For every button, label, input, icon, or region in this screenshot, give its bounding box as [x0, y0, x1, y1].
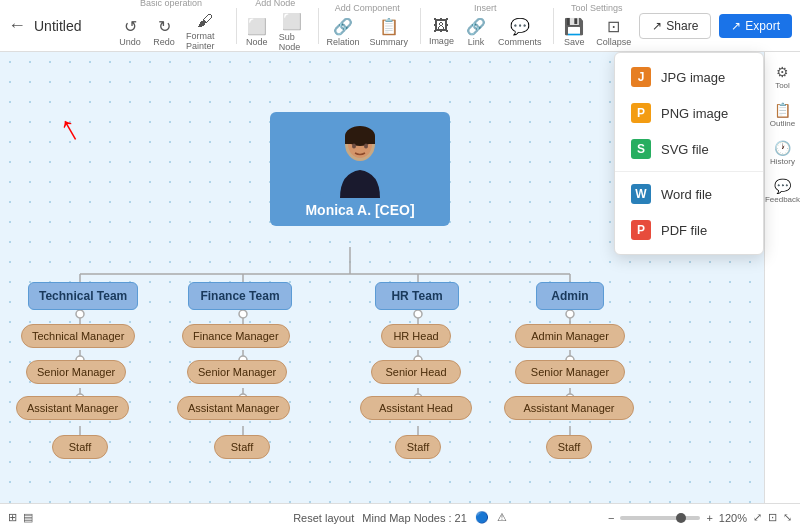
- role-finance-assistant[interactable]: Assistant Manager: [177, 396, 290, 420]
- role-finance-staff[interactable]: Staff: [214, 435, 270, 459]
- svg-rect-50: [345, 136, 375, 144]
- fit-screen-icon[interactable]: ⤢: [753, 511, 762, 524]
- export-word-label: Word file: [661, 187, 712, 202]
- team-node-finance[interactable]: Finance Team: [188, 282, 292, 310]
- export-dropdown: J JPG image P PNG image S SVG file W Wor…: [614, 52, 764, 255]
- toolbar-group-toolsettings: Tool Settings 💾Save ⊡Collapse: [558, 3, 635, 49]
- toolbar-group-basic: Basic operation ↺Undo ↻Redo 🖌Format Pain…: [114, 0, 228, 53]
- export-png-label: PNG image: [661, 106, 728, 121]
- role-admin-manager[interactable]: Admin Manager: [515, 324, 625, 348]
- export-label: Export: [745, 19, 780, 33]
- zoom-slider[interactable]: [620, 516, 700, 520]
- bottom-right: − + 120% ⤢ ⊡ ⤡: [608, 511, 792, 524]
- export-svg[interactable]: S SVG file: [615, 131, 763, 167]
- export-pdf-label: PDF file: [661, 223, 707, 238]
- reset-layout-button[interactable]: Reset layout: [293, 512, 354, 524]
- export-jpg[interactable]: J JPG image: [615, 59, 763, 95]
- ceo-photo: [320, 118, 400, 198]
- undo-button[interactable]: ↺Undo: [114, 15, 146, 49]
- sidebar-label-history: History: [770, 157, 795, 166]
- role-technical-assistant[interactable]: Assistant Manager: [16, 396, 129, 420]
- svg-point-37: [566, 310, 574, 318]
- group-items-insert: 🖼Image 🔗Link 💬Comments: [425, 15, 546, 49]
- sidebar-item-tool[interactable]: ⚙ Tool: [765, 60, 800, 94]
- png-icon: P: [631, 103, 651, 123]
- team-node-hr[interactable]: HR Team: [375, 282, 459, 310]
- toolbar-group-insert: Insert 🖼Image 🔗Link 💬Comments: [425, 3, 546, 49]
- group-label-addcomponent: Add Component: [335, 3, 400, 13]
- mindmap-nodes-count: Mind Map Nodes : 21: [362, 512, 467, 524]
- zoom-in-icon[interactable]: +: [706, 512, 712, 524]
- role-finance-senior[interactable]: Senior Manager: [187, 360, 287, 384]
- zoom-level: 120%: [719, 512, 747, 524]
- export-jpg-label: JPG image: [661, 70, 725, 85]
- comments-button[interactable]: 💬Comments: [494, 15, 546, 49]
- sidebar-item-feedback[interactable]: 💬 Feedback: [765, 174, 800, 208]
- sidebar-item-history[interactable]: 🕐 History: [765, 136, 800, 170]
- ceo-node[interactable]: Monica A. [CEO]: [270, 112, 450, 226]
- history-icon: 🕐: [774, 140, 791, 156]
- tool-icon: ⚙: [776, 64, 789, 80]
- sidebar-label-tool: Tool: [775, 81, 790, 90]
- save-button[interactable]: 💾Save: [558, 15, 590, 49]
- collapse-button[interactable]: ⊡Collapse: [592, 15, 635, 49]
- export-button[interactable]: ↗ Export: [719, 14, 792, 38]
- separator-2: [318, 8, 319, 44]
- bottom-left: ⊞ ▤: [8, 511, 33, 524]
- toolbar-group-addcomponent: Add Component 🔗Relation 📋Summary: [322, 3, 412, 49]
- role-technical-staff[interactable]: Staff: [52, 435, 108, 459]
- svg-point-17: [239, 310, 247, 318]
- fullscreen-icon[interactable]: ⊡: [768, 511, 777, 524]
- role-admin-staff[interactable]: Staff: [546, 435, 592, 459]
- team-label-hr: HR Team: [391, 289, 442, 303]
- group-items-toolsettings: 💾Save ⊡Collapse: [558, 15, 635, 49]
- share-button[interactable]: ↗ Share: [639, 13, 711, 39]
- summary-button[interactable]: 📋Summary: [366, 15, 413, 49]
- export-png[interactable]: P PNG image: [615, 95, 763, 131]
- document-title: Untitled: [34, 18, 94, 34]
- role-hr-head[interactable]: HR Head: [381, 324, 451, 348]
- back-button[interactable]: ←: [8, 15, 26, 36]
- toolbar-group-addnode: Add Node ⬜Node ⬜Sub Node: [241, 0, 310, 54]
- group-items-addnode: ⬜Node ⬜Sub Node: [241, 10, 310, 54]
- zoom-out-icon[interactable]: −: [608, 512, 614, 524]
- ceo-name: Monica A. [CEO]: [280, 202, 440, 218]
- grid-icon: ⊞: [8, 511, 17, 524]
- team-label-finance: Finance Team: [200, 289, 279, 303]
- layout-icon: ▤: [23, 511, 33, 524]
- image-button[interactable]: 🖼Image: [425, 15, 458, 48]
- export-word[interactable]: W Word file: [615, 176, 763, 212]
- annotation-arrow-1: ↑: [51, 105, 88, 150]
- right-sidebar: ⚙ Tool 📋 Outline 🕐 History 💬 Feedback: [764, 52, 800, 531]
- relation-button[interactable]: 🔗Relation: [322, 15, 363, 49]
- role-admin-assistant[interactable]: Assistant Manager: [504, 396, 634, 420]
- subnode-button[interactable]: ⬜Sub Node: [275, 10, 310, 54]
- group-label-basic: Basic operation: [140, 0, 202, 8]
- role-hr-senior[interactable]: Senior Head: [371, 360, 461, 384]
- link-button[interactable]: 🔗Link: [460, 15, 492, 49]
- node-button[interactable]: ⬜Node: [241, 15, 273, 49]
- sidebar-item-outline[interactable]: 📋 Outline: [765, 98, 800, 132]
- svg-point-52: [364, 144, 368, 149]
- export-pdf[interactable]: P PDF file: [615, 212, 763, 248]
- group-items-basic: ↺Undo ↻Redo 🖌Format Painter: [114, 10, 228, 53]
- team-node-admin[interactable]: Admin: [536, 282, 604, 310]
- format-painter-button[interactable]: 🖌Format Painter: [182, 10, 228, 53]
- warning-icon: ⚠: [497, 511, 507, 524]
- role-finance-manager[interactable]: Finance Manager: [182, 324, 290, 348]
- role-admin-senior[interactable]: Senior Manager: [515, 360, 625, 384]
- expand-icon[interactable]: ⤡: [783, 511, 792, 524]
- role-hr-assistant[interactable]: Assistant Head: [360, 396, 472, 420]
- jpg-icon: J: [631, 67, 651, 87]
- role-technical-manager[interactable]: Technical Manager: [21, 324, 135, 348]
- role-technical-senior[interactable]: Senior Manager: [26, 360, 126, 384]
- redo-button[interactable]: ↻Redo: [148, 15, 180, 49]
- team-node-technical[interactable]: Technical Team: [28, 282, 138, 310]
- sidebar-label-feedback: Feedback: [765, 195, 800, 204]
- svg-point-27: [414, 310, 422, 318]
- role-hr-staff[interactable]: Staff: [395, 435, 441, 459]
- outline-icon: 📋: [774, 102, 791, 118]
- share-icon: ↗: [652, 19, 662, 33]
- feedback-icon: 💬: [774, 178, 791, 194]
- separator-1: [236, 8, 237, 44]
